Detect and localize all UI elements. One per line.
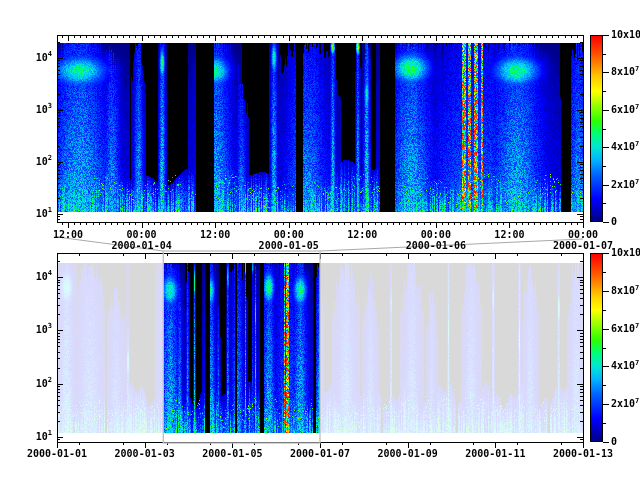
x-tick-date-label: 2000-01-09 (378, 449, 438, 459)
colorbar-tick-label: 10x107 (611, 30, 640, 40)
x-tick-label: 00:00 (274, 230, 304, 240)
colorbar-tick-label: 0 (611, 217, 617, 227)
x-tick-date-label: 2000-01-13 (553, 449, 613, 459)
x-tick-date-label: 2000-01-05 (202, 449, 262, 459)
colorbar-tick-label: 4x107 (611, 142, 639, 152)
y-tick-label: 104 (36, 272, 52, 282)
x-tick-date-label: 2000-01-04 (111, 241, 171, 251)
y-tick-label: 101 (36, 209, 52, 219)
y-tick-label: 102 (36, 157, 52, 167)
context-spectrogram-canvas (57, 263, 583, 433)
x-tick-label: 12:00 (494, 230, 524, 240)
y-tick-label: 104 (36, 53, 52, 63)
x-tick-date-label: 2000-01-11 (465, 449, 525, 459)
x-tick-label: 00:00 (421, 230, 451, 240)
x-tick-label: 00:00 (568, 230, 598, 240)
x-tick-date-label: 2000-01-05 (259, 241, 319, 251)
x-tick-label: 12:00 (200, 230, 230, 240)
x-tick-label: 12:00 (53, 230, 83, 240)
detail-colorbar (590, 35, 603, 222)
y-tick-label: 102 (36, 378, 52, 388)
x-tick-date-label: 2000-01-01 (27, 449, 87, 459)
context-colorbar (590, 253, 603, 442)
colorbar-tick-label: 2x107 (611, 399, 639, 409)
y-tick-label: 103 (36, 105, 52, 115)
x-tick-date-label: 2000-01-07 (290, 449, 350, 459)
colorbar-tick-label: 4x107 (611, 361, 639, 371)
detail-panel-colorbar-ticks (603, 36, 609, 223)
x-tick-date-label: 2000-01-03 (115, 449, 175, 459)
x-tick-label: 12:00 (347, 230, 377, 240)
x-tick-label: 00:00 (127, 230, 157, 240)
spectrogram-figure: 12:0000:002000-01-0412:0000:002000-01-05… (0, 0, 640, 480)
y-tick-label: 103 (36, 325, 52, 335)
colorbar-tick-label: 8x107 (611, 67, 639, 77)
colorbar-tick-label: 6x107 (611, 105, 639, 115)
colorbar-tick-label: 0 (611, 437, 617, 447)
y-tick-label: 101 (36, 432, 52, 442)
detail-spectrogram-canvas (57, 43, 583, 212)
context-panel-colorbar-ticks (603, 254, 609, 443)
colorbar-tick-label: 6x107 (611, 324, 639, 334)
colorbar-tick-label: 10x107 (611, 248, 640, 258)
colorbar-tick-label: 2x107 (611, 180, 639, 190)
x-tick-date-label: 2000-01-07 (553, 241, 613, 251)
x-tick-date-label: 2000-01-06 (406, 241, 466, 251)
colorbar-tick-label: 8x107 (611, 286, 639, 296)
